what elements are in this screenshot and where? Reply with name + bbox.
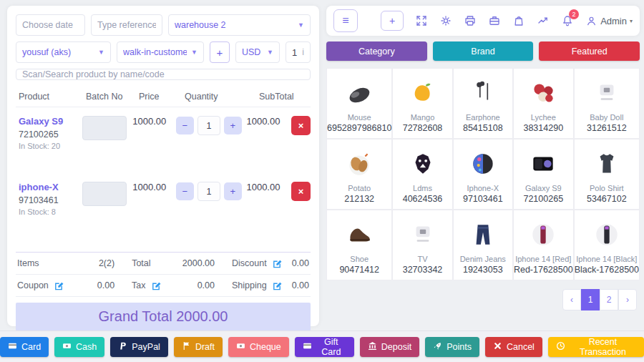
product-tile[interactable]: Galaxy S9 72100265 — [514, 140, 573, 209]
recent-transaction-button[interactable]: Recent Transaction — [548, 337, 644, 357]
batch-input[interactable] — [82, 116, 127, 140]
product-search-input[interactable] — [16, 69, 311, 80]
product-tile[interactable]: TV 32703342 — [393, 210, 452, 280]
cheque-button[interactable]: Cheque — [228, 337, 289, 357]
cart-product-link[interactable]: Galaxy S9 — [19, 116, 82, 127]
admin-menu[interactable]: Admin ▾ — [585, 15, 633, 27]
product-tile[interactable]: Lychee 38314290 — [514, 69, 573, 138]
add-button[interactable]: + — [381, 11, 404, 31]
edit-tax-icon[interactable] — [151, 280, 161, 290]
edit-shipping-icon[interactable] — [272, 280, 282, 290]
pagination-prev[interactable]: ‹ — [562, 289, 581, 310]
batch-input[interactable] — [82, 182, 127, 206]
product-tile[interactable]: Polo Shirt 53467102 — [575, 140, 639, 209]
menu-button[interactable]: ≡ — [333, 9, 358, 32]
product-image — [528, 145, 558, 182]
featured-button[interactable]: Featured — [539, 41, 640, 61]
pagination: ‹ 1 2 › — [326, 289, 637, 310]
card-button[interactable]: Card — [0, 337, 49, 357]
product-image — [344, 74, 374, 112]
product-name: Earphone — [466, 113, 500, 122]
deposit-button[interactable]: Deposit — [360, 337, 419, 357]
product-tile[interactable]: Mouse 6952897986810 — [327, 69, 391, 138]
product-tile[interactable]: Iphone 14 [Red] Red-17628500 — [514, 210, 573, 280]
product-tile[interactable]: Mango 72782608 — [393, 69, 452, 138]
customer-select[interactable]: walk-in-customer i ▼ — [117, 41, 204, 63]
quantity-input[interactable]: 1 — [197, 182, 220, 201]
add-customer-button[interactable]: + — [210, 41, 230, 63]
quantity-increase-button[interactable]: + — [224, 117, 242, 134]
date-input[interactable] — [16, 14, 85, 36]
remove-item-button[interactable]: × — [291, 182, 311, 201]
settings-icon[interactable] — [439, 14, 452, 27]
product-code: 31261512 — [587, 123, 627, 133]
points-button[interactable]: Points — [425, 337, 479, 357]
pagination-next[interactable]: › — [618, 289, 637, 310]
product-name: Ldms — [413, 184, 432, 192]
warehouse-value: warehouse 2 — [175, 20, 226, 30]
paypal-button[interactable]: PayPal — [110, 337, 168, 357]
product-image — [468, 145, 498, 182]
pagination-page-1[interactable]: 1 — [581, 289, 600, 310]
warehouse-select[interactable]: warehouse 2 ▼ — [168, 14, 311, 36]
cart-product-stock: In Stock: 20 — [19, 142, 82, 150]
edit-discount-icon[interactable] — [272, 258, 282, 268]
quantity-stepper: − 1 + — [176, 116, 247, 135]
total-value: 2000.00 — [182, 258, 215, 268]
gift-card-icon — [303, 341, 312, 353]
order-summary: Items 2(2) Total 2000.00 Discount 0.00 — [16, 252, 311, 297]
product-name: Baby Doll — [590, 113, 623, 122]
draft-button[interactable]: Draft — [174, 337, 223, 357]
cart-product-code: 97103461 — [19, 195, 82, 205]
user-icon — [585, 15, 597, 27]
trending-icon[interactable] — [537, 14, 550, 27]
reference-input[interactable] — [91, 14, 162, 36]
quantity-increase-button[interactable]: + — [224, 182, 242, 200]
quantity-decrease-button[interactable]: − — [176, 182, 194, 200]
cart-price: 1000.00 — [132, 116, 176, 127]
product-image — [528, 216, 558, 253]
cart-product-stock: In Stock: 8 — [19, 207, 82, 216]
category-button[interactable]: Category — [326, 41, 427, 61]
product-tile[interactable]: Ldms 40624536 — [393, 140, 452, 209]
quantity-decrease-button[interactable]: − — [176, 117, 194, 134]
cash-button[interactable]: Cash — [54, 337, 104, 357]
cart-product-link[interactable]: iphone-X — [19, 182, 82, 192]
fullscreen-icon[interactable] — [415, 14, 428, 27]
biller-select[interactable]: yousuf (aks) ▼ — [16, 41, 111, 63]
brand-button[interactable]: Brand — [433, 41, 534, 61]
gift-card-button[interactable]: Gift Card — [295, 337, 354, 357]
product-name: Galaxy S9 — [525, 184, 562, 192]
exchange-rate-input[interactable]: 1 i — [286, 41, 311, 63]
bag-icon[interactable] — [512, 14, 525, 27]
product-name: TV — [417, 255, 427, 263]
cancel-icon — [493, 341, 502, 353]
tax-label: Tax — [132, 280, 145, 290]
bell-icon[interactable]: 2 — [561, 14, 574, 27]
chevron-down-icon: ▼ — [191, 49, 197, 56]
product-code: Black-17628500 — [575, 265, 639, 275]
currency-value: USD — [242, 47, 260, 57]
product-tile[interactable]: Iphone-X 97103461 — [454, 140, 512, 209]
quantity-input[interactable]: 1 — [197, 116, 220, 135]
product-tile[interactable]: Earphone 85415108 — [454, 69, 512, 138]
info-icon: i — [302, 47, 304, 57]
product-image — [592, 145, 622, 182]
product-tile[interactable]: Denim Jeans 19243053 — [454, 210, 512, 280]
cart-price: 1000.00 — [132, 182, 176, 192]
product-code: 19243053 — [463, 265, 503, 275]
cancel-button[interactable]: Cancel — [485, 337, 542, 357]
product-tile[interactable]: Potato 212132 — [327, 140, 391, 209]
briefcase-icon[interactable] — [488, 14, 501, 27]
remove-item-button[interactable]: × — [291, 116, 311, 135]
currency-select[interactable]: USD ▼ — [235, 41, 280, 63]
product-tile[interactable]: Iphone 14 [Black] Black-17628500 — [575, 210, 639, 280]
items-value: 2(2) — [99, 258, 114, 268]
product-image — [592, 74, 622, 112]
shipping-label: Shipping — [232, 280, 267, 290]
product-tile[interactable]: Shoe 90471412 — [327, 210, 391, 280]
product-tile[interactable]: Baby Doll 31261512 — [575, 69, 639, 138]
edit-coupon-icon[interactable] — [54, 280, 64, 290]
printer-icon[interactable] — [464, 14, 477, 27]
pagination-page-2[interactable]: 2 — [600, 289, 618, 310]
